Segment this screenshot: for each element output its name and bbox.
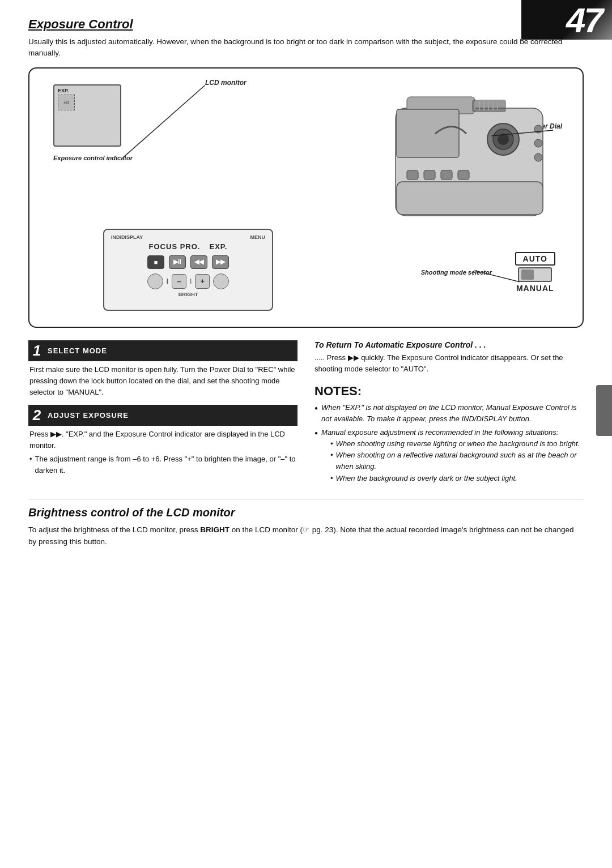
svg-rect-20: [397, 182, 543, 215]
camera-diagram: [362, 74, 560, 244]
exp-label: EXP.: [58, 88, 117, 93]
step-1-number: 1: [28, 342, 48, 360]
panel-labels-row: IND/DISPLAY MENU: [111, 234, 265, 240]
steps-left: 1 SELECT MODE First make sure the LCD mo…: [28, 340, 298, 486]
step-1-block: 1 SELECT MODE First make sure the LCD mo…: [28, 340, 298, 398]
camera-svg: [362, 74, 560, 244]
step-2-text: Press ▶▶. "EXP." and the Exposure Contro…: [29, 430, 285, 450]
step-1-title: SELECT MODE: [48, 347, 107, 355]
ff-button[interactable]: ▶▶: [212, 255, 229, 269]
sidebar-tab: [596, 385, 612, 436]
panel-menu-label: MENU: [250, 234, 266, 240]
step-2-header: 2 ADJUST EXPOSURE: [28, 405, 298, 426]
step-2-bullet: The adjustment range is from –6 to +6. P…: [29, 454, 298, 476]
svg-rect-18: [441, 170, 452, 179]
bottom-control-row: I – I +: [111, 273, 265, 289]
mode-slider-thumb: [521, 270, 534, 280]
exp-indicator: ±0: [58, 95, 75, 110]
diagram-box: EXP. ±0 Exposure control indicator LCD m…: [28, 67, 584, 328]
plus-button[interactable]: +: [195, 274, 210, 289]
notes-title: NOTES:: [314, 384, 584, 399]
svg-rect-14: [534, 139, 542, 147]
svg-line-21: [124, 85, 205, 157]
notes-item-2: Manual exposure adjustment is recommende…: [314, 427, 584, 484]
focus-pro-label: FOCUS PRO.: [149, 242, 201, 251]
steps-right: To Return To Automatic Exposure Control …: [314, 340, 584, 486]
brightness-body-start: To adjust the brightness of the LCD moni…: [28, 525, 200, 534]
intro-text: Usually this is adjusted automatically. …: [28, 36, 567, 59]
sub-bullet-3: When the background is overly dark or th…: [321, 473, 584, 484]
notes-section: NOTES: When "EXP." is not displayed on t…: [314, 384, 584, 484]
bright-label: BRIGHT: [111, 292, 265, 297]
buttons-row: ■ ▶II ◀◀ ▶▶: [111, 255, 265, 269]
exposure-indicator-label: Exposure control indicator: [53, 155, 133, 161]
stop-button[interactable]: ■: [147, 255, 164, 269]
step-1-header: 1 SELECT MODE: [28, 340, 298, 361]
notes-list: When "EXP." is not displayed on the LCD …: [314, 402, 584, 484]
ind-display-button[interactable]: [147, 273, 163, 289]
svg-rect-13: [534, 125, 542, 133]
page-title: Exposure Control: [28, 17, 584, 32]
mode-selector: AUTO MANUAL: [515, 252, 555, 293]
mode-slider[interactable]: [518, 267, 552, 282]
separator-line: I: [190, 277, 192, 285]
return-dots: .....: [314, 353, 327, 362]
svg-rect-15: [534, 153, 542, 161]
page-title-block: Exposure Control: [28, 17, 584, 32]
step-2-block: 2 ADJUST EXPOSURE Press ▶▶. "EXP." and t…: [28, 405, 298, 476]
return-body: ..... Press ▶▶ quickly. The Exposure Con…: [314, 352, 584, 375]
brightness-title: Brightness control of the LCD monitor: [28, 506, 584, 519]
brightness-body: To adjust the brightness of the LCD moni…: [28, 524, 584, 548]
svg-rect-17: [424, 170, 435, 179]
brightness-body-bold: BRIGHT: [200, 525, 230, 534]
menu-button[interactable]: [213, 273, 229, 289]
svg-rect-9: [397, 109, 459, 157]
notes-item-1-text: When "EXP." is not displayed on the LCD …: [321, 402, 584, 425]
sub-bullet-1: When shooting using reverse lighting or …: [321, 438, 584, 450]
shooting-mode-text: Shooting mode selector: [421, 268, 492, 276]
play-pause-button[interactable]: ▶II: [169, 255, 186, 269]
svg-point-12: [498, 134, 509, 145]
separator-i: I: [167, 277, 168, 285]
manual-label: MANUAL: [516, 284, 554, 293]
exp-panel-label: EXP.: [209, 242, 227, 251]
lcd-small-panel: EXP. ±0: [53, 84, 121, 147]
main-content: Exposure Control Usually this is adjuste…: [0, 0, 612, 565]
step-2-body: Press ▶▶. "EXP." and the Exposure Contro…: [28, 429, 298, 476]
step-2-bullet-text: The adjustment range is from –6 to +6. P…: [35, 454, 298, 476]
svg-rect-19: [458, 170, 469, 179]
notes-item-2-text: Manual exposure adjustment is recommende…: [321, 427, 584, 484]
step-1-body: First make sure the LCD monitor is open …: [28, 364, 298, 398]
steps-section: 1 SELECT MODE First make sure the LCD mo…: [28, 340, 584, 486]
control-panel: IND/DISPLAY MENU FOCUS PRO. EXP. ■ ▶II ◀…: [103, 229, 273, 311]
step-2-number: 2: [28, 407, 48, 424]
panel-ind-label: IND/DISPLAY: [111, 234, 143, 240]
brightness-section: Brightness control of the LCD monitor To…: [28, 499, 584, 548]
sub-bullet-2: When shooting on a reflective natural ba…: [321, 450, 584, 472]
rewind-button[interactable]: ◀◀: [190, 255, 207, 269]
svg-rect-16: [407, 170, 418, 179]
auto-label[interactable]: AUTO: [515, 252, 555, 266]
return-text: Press ▶▶ quickly. The Exposure Control i…: [314, 353, 563, 373]
lcd-monitor-label: LCD monitor: [205, 79, 246, 87]
notes-title-text: NOTES:: [314, 384, 362, 398]
notes-item-1: When "EXP." is not displayed on the LCD …: [314, 402, 584, 425]
minus-button[interactable]: –: [172, 274, 186, 289]
step-2-title: ADJUST EXPOSURE: [48, 411, 129, 420]
svg-rect-2: [472, 100, 506, 112]
return-title: To Return To Automatic Exposure Control …: [314, 340, 584, 349]
return-section: To Return To Automatic Exposure Control …: [314, 340, 584, 375]
page-number-corner: 47: [521, 0, 612, 40]
page-number: 47: [566, 0, 602, 40]
